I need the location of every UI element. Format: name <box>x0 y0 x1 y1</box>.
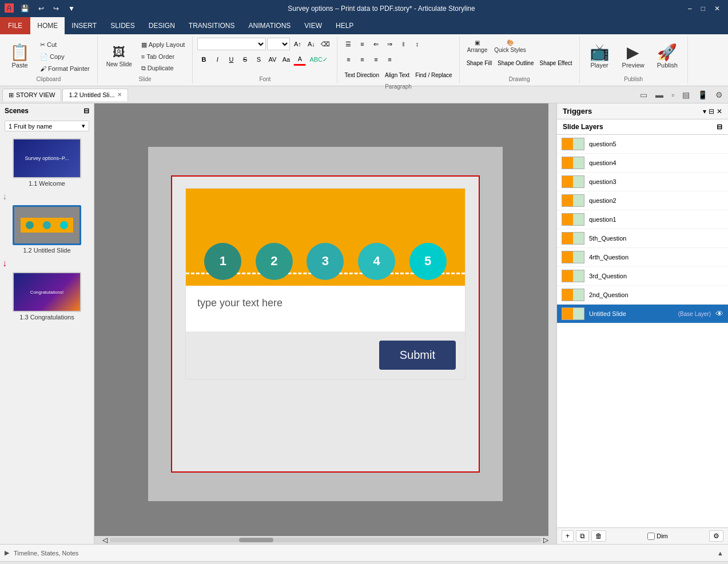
columns-button[interactable]: ⫴ <box>397 38 409 50</box>
arrange-button[interactable]: ▣ Arrange <box>464 38 491 55</box>
circle-3-btn[interactable]: 3 <box>307 243 344 280</box>
apply-layout-button[interactable]: ▦ Apply Layout <box>138 39 188 50</box>
player-button[interactable]: 📺 Player <box>584 42 615 71</box>
font-color-button[interactable]: A <box>293 53 306 66</box>
quick-access-dropdown[interactable]: ▼ <box>65 3 78 14</box>
scroll-thumb-h[interactable] <box>239 538 273 542</box>
layer-item-5th[interactable]: 5th_Question <box>557 229 728 248</box>
tab-insert[interactable]: INSERT <box>65 17 104 34</box>
tab-order-button[interactable]: ≡ Tab Order <box>138 51 188 62</box>
triggers-close-btn[interactable]: ✕ <box>717 107 722 115</box>
char-spacing-button[interactable]: AV <box>266 53 279 66</box>
decrease-font-button[interactable]: A↓ <box>305 38 317 50</box>
layer-item-question3[interactable]: question3 <box>557 173 728 191</box>
scene-thumb-untitled[interactable] <box>13 205 81 245</box>
maximize-button[interactable]: □ <box>698 3 709 14</box>
slide-layers-restore-btn[interactable]: ⊟ <box>717 123 722 131</box>
justify-button[interactable]: ≡ <box>383 53 396 66</box>
shape-fill-button[interactable]: Shape Fill <box>464 57 494 69</box>
notes-view-btn[interactable]: ▫ <box>669 89 677 101</box>
layer-item-base[interactable]: Untitled Slide (Base Layer) 👁 <box>557 305 728 323</box>
canvas-scrollbar-h[interactable]: ◁ ▷ <box>94 536 556 544</box>
quick-styles-button[interactable]: 🎨 Quick Styles <box>491 38 529 55</box>
align-center-button[interactable]: ≡ <box>356 53 368 66</box>
slide-tab-close[interactable]: ✕ <box>117 91 122 98</box>
text-direction-button[interactable]: Text Direction <box>342 69 381 81</box>
align-right-button[interactable]: ≡ <box>369 53 382 66</box>
clear-format-button[interactable]: ⌫ <box>319 38 332 50</box>
slide-tab[interactable]: 1.2 Untitled Sli... ✕ <box>62 89 128 101</box>
copy-button[interactable]: 📄 Copy <box>37 51 93 62</box>
bold-button[interactable]: B <box>197 53 210 66</box>
circle-5-btn[interactable]: 5 <box>409 243 447 280</box>
layer-item-question2[interactable]: question2 <box>557 191 728 210</box>
scroll-left-arrow[interactable]: ◁ <box>102 536 108 544</box>
layer-eye-icon[interactable]: 👁 <box>715 309 723 318</box>
timeline-collapse-btn[interactable]: ▲ <box>717 550 723 557</box>
normal-view-btn[interactable]: ▭ <box>637 89 650 101</box>
shadow-button[interactable]: S <box>252 53 265 66</box>
tab-slides[interactable]: SLIDES <box>104 17 142 34</box>
layer-item-3rd[interactable]: 3rd_Question <box>557 267 728 286</box>
paste-button[interactable]: 📋 Paste <box>5 42 35 71</box>
canvas-scrollbar-v[interactable] <box>548 103 556 536</box>
duplicate-layer-btn[interactable]: ⧉ <box>576 530 589 542</box>
tab-help[interactable]: HELP <box>329 17 360 34</box>
spell-check-button[interactable]: ABC✓ <box>307 53 330 66</box>
circle-4-btn[interactable]: 4 <box>358 243 395 280</box>
circle-2-btn[interactable]: 2 <box>256 243 293 280</box>
redo-button[interactable]: ↪ <box>50 3 62 14</box>
layer-item-question5[interactable]: question5 <box>557 135 728 154</box>
close-button[interactable]: ✕ <box>711 3 723 14</box>
tab-design[interactable]: DESIGN <box>142 17 182 34</box>
tab-transitions[interactable]: TRANSITIONS <box>182 17 242 34</box>
new-slide-button[interactable]: 🖼 New Slide <box>102 43 136 69</box>
align-text-button[interactable]: Align Text <box>383 69 412 81</box>
timeline-label[interactable]: Timeline, States, Notes <box>14 550 78 557</box>
triggers-restore-btn[interactable]: ⊟ <box>709 107 714 115</box>
increase-font-button[interactable]: A↑ <box>291 38 304 50</box>
font-family-select[interactable] <box>197 38 266 50</box>
save-button[interactable]: 💾 <box>17 3 33 14</box>
layer-item-question4[interactable]: question4 <box>557 154 728 173</box>
increase-indent-button[interactable]: ⇒ <box>383 38 396 50</box>
scenes-collapse-btn[interactable]: ⊟ <box>83 107 89 115</box>
slide-content[interactable]: 1 2 3 4 5 type your text here Submit <box>185 188 466 379</box>
italic-button[interactable]: I <box>211 53 224 66</box>
settings-btn[interactable]: ⚙ <box>713 89 726 101</box>
decrease-indent-button[interactable]: ⇐ <box>369 38 382 50</box>
strikethrough-button[interactable]: S <box>238 53 251 66</box>
tab-view[interactable]: VIEW <box>297 17 329 34</box>
add-layer-btn[interactable]: + <box>562 530 574 542</box>
layer-item-question1[interactable]: question1 <box>557 210 728 229</box>
story-view-tab[interactable]: ⊞ STORY VIEW <box>2 89 61 101</box>
underline-button[interactable]: U <box>225 53 237 66</box>
circle-1-btn[interactable]: 1 <box>204 243 241 280</box>
font-size-btn[interactable]: Aa <box>280 53 292 66</box>
tab-home[interactable]: HOME <box>30 17 65 34</box>
publish-button[interactable]: 🚀 Publish <box>652 42 683 71</box>
scene-thumb-congrats[interactable]: Congratulations! <box>13 272 81 312</box>
slide-view-btn[interactable]: ▬ <box>653 89 666 101</box>
line-spacing-button[interactable]: ↕ <box>411 38 423 50</box>
minimize-button[interactable]: – <box>685 3 695 14</box>
bullets-button[interactable]: ☰ <box>342 38 355 50</box>
dim-checkbox[interactable] <box>647 533 655 540</box>
layer-item-2nd[interactable]: 2nd_Question <box>557 286 728 305</box>
layer-settings-btn[interactable]: ⚙ <box>709 530 723 542</box>
delete-layer-btn[interactable]: 🗑 <box>591 530 606 542</box>
preview-button[interactable]: ▶ Preview <box>617 42 650 71</box>
duplicate-button[interactable]: ⧉ Duplicate <box>138 63 188 74</box>
reading-view-btn[interactable]: ▤ <box>679 89 693 101</box>
undo-button[interactable]: ↩ <box>35 3 47 14</box>
slide-text-area[interactable]: type your text here <box>186 286 465 331</box>
scene-thumb-welcome[interactable]: Survey options–P... <box>13 138 81 178</box>
find-replace-button[interactable]: Find / Replace <box>413 69 454 81</box>
layer-item-4rth[interactable]: 4rth_Question <box>557 248 728 267</box>
submit-button[interactable]: Submit <box>379 341 456 370</box>
align-left-button[interactable]: ≡ <box>342 53 355 66</box>
mobile-view-btn[interactable]: 📱 <box>695 89 710 101</box>
font-size-select[interactable] <box>267 38 290 50</box>
triggers-collapse-arrow[interactable]: ▾ <box>703 107 706 115</box>
format-painter-button[interactable]: 🖌 Format Painter <box>37 63 93 74</box>
